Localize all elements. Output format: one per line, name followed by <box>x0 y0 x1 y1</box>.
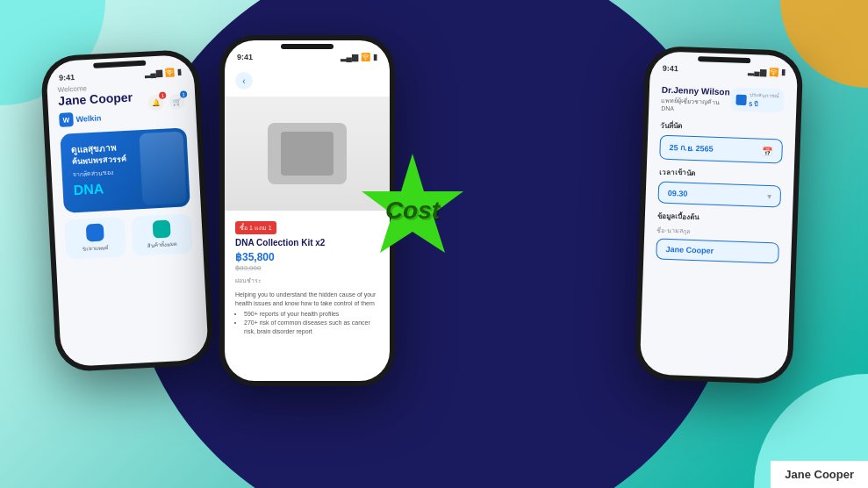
mid-signal-icon: ▂▄▆ <box>341 53 358 61</box>
product-img-inner <box>281 132 334 176</box>
time-value: 09.30 <box>668 188 688 197</box>
phone-left-status-icons: ▂▄▆ 🛜 ▮ <box>144 68 182 78</box>
chevron-down-icon: ▾ <box>767 191 771 201</box>
left-phone-bottom-nav: รักษาแพทย์ สินค้าทั้งหมด <box>54 213 203 261</box>
battery-icon: ▮ <box>177 68 183 76</box>
calendar-icon: 📅 <box>762 146 772 155</box>
product-bullet-1: 590+ reports of your health profiles <box>244 310 379 319</box>
name-input[interactable]: Jane Cooper <box>656 239 779 264</box>
cart-icon[interactable]: 🛒 1 <box>169 93 185 110</box>
phone-left-time: 9:41 <box>59 73 75 83</box>
cost-star-shape: Cost <box>351 149 474 272</box>
nav-doctor-label: รักษาแพทย์ <box>82 243 109 254</box>
product-image-placeholder <box>268 123 347 184</box>
cart-badge: 1 <box>180 90 187 97</box>
doctor-icon <box>86 223 104 241</box>
doctor-header: Dr.Jenny Wilson แพทย์ผู้เชี่ยวชาญด้าน DN… <box>661 85 785 116</box>
hero-card[interactable]: ดูแลสุขภาพ ค้นพบพรสวรรค์ จากสัดส่วนของ D… <box>60 127 190 212</box>
product-desc-intro: Helping you to understand the hidden cau… <box>235 291 379 308</box>
product-tag: ซื้อ 1 แถม 1 <box>235 221 276 234</box>
welkin-logo-text: Welkin <box>75 113 101 123</box>
phone-left: 9:41 ▂▄▆ 🛜 ▮ Welcome Jane Cooper 🔔 1 <box>40 49 215 373</box>
right-wifi-icon: 🛜 <box>769 68 778 76</box>
nav-products-label: สินค้าทั้งหมด <box>147 240 177 250</box>
experience-icon <box>735 94 746 104</box>
right-signal-icon: ▂▄▆ <box>748 67 766 76</box>
experience-badge: ประสบการณ์ 5 ปี <box>730 87 785 112</box>
product-description: Helping you to understand the hidden cau… <box>235 291 379 336</box>
info-section: ข้อมูลเบื้องต้น ชื่อ-นามสกุล Jane Cooper <box>656 211 780 264</box>
mid-wifi-icon: 🛜 <box>361 53 370 61</box>
bell-icon[interactable]: 🔔 1 <box>147 95 164 111</box>
info-label: ข้อมูลเบื้องต้น <box>657 211 780 226</box>
bottom-label: Jane Cooper <box>771 461 868 488</box>
notification-icons: 🔔 1 🛒 1 <box>147 93 185 111</box>
signal-icon: ▂▄▆ <box>144 68 162 78</box>
products-icon <box>153 219 171 238</box>
nav-doctor[interactable]: รักษาแพทย์ <box>64 217 126 259</box>
nav-products[interactable]: สินค้าทั้งหมด <box>131 213 192 255</box>
right-content: Dr.Jenny Wilson แพทย์ผู้เชี่ยวชาญด้าน DN… <box>643 75 798 280</box>
wifi-icon: 🛜 <box>165 68 176 77</box>
date-value: 25 ก.ย. 2565 <box>669 141 714 155</box>
phone-right: 9:41 ▂▄▆ 🛜 ▮ Dr.Jenny Wilson แพทย์ผู้เชี… <box>634 46 803 384</box>
hero-card-image <box>139 132 186 206</box>
doctor-specialty: แพทย์ผู้เชี่ยวชาญด้าน DNA <box>661 96 731 114</box>
back-button[interactable]: ‹ <box>235 72 253 90</box>
phone-right-screen: 9:41 ▂▄▆ 🛜 ▮ Dr.Jenny Wilson แพทย์ผู้เชี… <box>640 51 799 379</box>
doctor-info: Dr.Jenny Wilson แพทย์ผู้เชี่ยวชาญด้าน DN… <box>661 85 731 114</box>
phone-mid-time: 9:41 <box>237 53 253 61</box>
phone-right-status-icons: ▂▄▆ 🛜 ▮ <box>748 67 786 76</box>
phone-right-time: 9:41 <box>663 64 678 74</box>
phone-mid-status-icons: ▂▄▆ 🛜 ▮ <box>341 53 377 61</box>
time-field[interactable]: 09.30 ▾ <box>657 182 781 208</box>
name-sublabel: ชื่อ-นามสกุล <box>656 226 779 240</box>
time-label: เวลาเข้านัด <box>658 167 781 183</box>
right-battery-icon: ▮ <box>781 68 786 76</box>
date-label: วันที่นัด <box>660 120 783 136</box>
bell-badge: 1 <box>159 92 166 99</box>
product-installment: ผ่อนชำระ <box>235 276 379 285</box>
time-section: เวลาเข้านัด 09.30 ▾ <box>657 167 781 208</box>
experience-info: ประสบการณ์ 5 ปี <box>749 90 779 110</box>
cost-text: Cost <box>385 197 440 225</box>
hero-card-container: ดูแลสุขภาพ ค้นพบพรสวรรค์ จากสัดส่วนของ D… <box>49 127 200 214</box>
phone-mid-notch <box>281 44 334 49</box>
cost-badge-container: Cost <box>351 149 474 272</box>
product-bullet-2: 270+ risk of common diseases such as can… <box>244 319 379 336</box>
experience-years: 5 ปี <box>749 99 778 110</box>
phone-left-screen: 9:41 ▂▄▆ 🛜 ▮ Welcome Jane Cooper 🔔 1 <box>46 54 209 367</box>
mid-battery-icon: ▮ <box>373 53 377 61</box>
date-section: วันที่นัด 25 ก.ย. 2565 📅 <box>659 120 783 164</box>
date-field[interactable]: 25 ก.ย. 2565 📅 <box>659 135 783 164</box>
welkin-logo-icon: W <box>59 112 74 127</box>
